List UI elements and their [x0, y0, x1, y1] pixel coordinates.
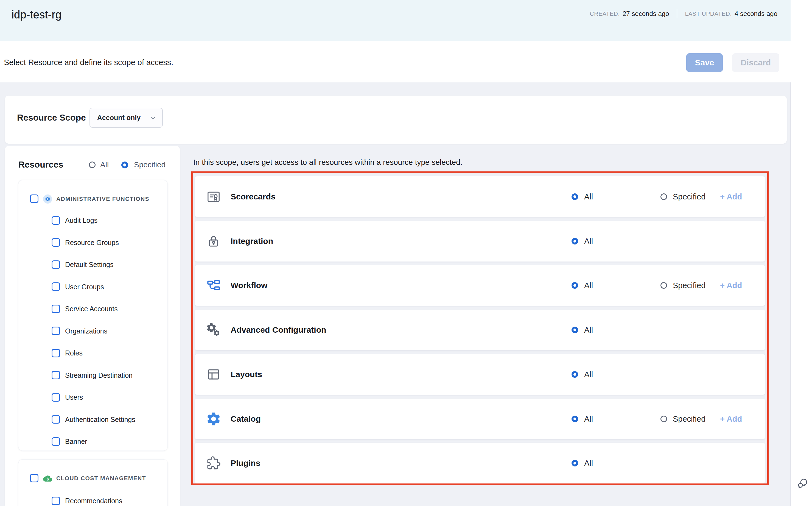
radio-specified-label: Specified: [673, 414, 706, 424]
page-header: idp-test-rg CREATED: 27 seconds ago LAST…: [0, 0, 791, 41]
radio-all[interactable]: [572, 193, 578, 200]
resource-item-label: Default Settings: [65, 260, 114, 269]
group-label: CLOUD COST MANAGEMENT: [56, 475, 146, 482]
resource-type-title: Advanced Configuration: [230, 325, 326, 335]
sidebar-radio-specified-label: Specified: [134, 160, 166, 169]
resources-title: Resources: [18, 159, 64, 170]
last-updated-value: 4 seconds ago: [735, 10, 778, 18]
radio-all[interactable]: [572, 327, 578, 333]
radio-specified-label: Specified: [673, 192, 706, 202]
resource-item-label: Banner: [65, 437, 87, 446]
sidebar-radio-specified[interactable]: [121, 162, 128, 168]
resource-type-row: Advanced Configuration All: [195, 310, 765, 350]
scope-description: In this scope, users get access to all r…: [193, 158, 462, 167]
radio-specified[interactable]: [661, 193, 667, 200]
checkbox-audit-logs[interactable]: [52, 216, 60, 225]
radio-all[interactable]: [572, 460, 578, 467]
radio-all-label: All: [584, 236, 593, 246]
resource-item-label: User Groups: [65, 282, 104, 291]
resource-type-title: Scorecards: [230, 191, 275, 202]
resource-type-row: Plugins All: [195, 443, 765, 484]
radio-all[interactable]: [572, 416, 578, 422]
radio-all-label: All: [584, 192, 593, 202]
resources-sidebar: Resources All Specified ADMINISTRATIVE F…: [5, 146, 180, 506]
resource-type-title: Plugins: [230, 458, 260, 469]
resource-group-card: $ CLOUD COST MANAGEMENT Recommendations: [18, 459, 168, 506]
add-button[interactable]: + Add: [720, 280, 742, 290]
resource-group-card: ADMINISTRATIVE FUNCTIONS Audit LogsResou…: [18, 180, 168, 451]
checkbox-roles[interactable]: [52, 349, 60, 357]
sidebar-radio-all-label: All: [100, 160, 109, 169]
save-button[interactable]: Save: [686, 53, 723, 72]
puzzle-icon: [207, 456, 220, 470]
resource-item-label: Resource Groups: [65, 238, 119, 247]
resource-item-label: Audit Logs: [65, 216, 97, 225]
meta-divider: [677, 9, 677, 18]
resource-type-title: Workflow: [230, 280, 267, 290]
resource-type-title: Layouts: [230, 369, 262, 380]
discard-button[interactable]: Discard: [732, 53, 779, 72]
resource-type-row: Layouts All: [195, 354, 765, 395]
layout-icon: [207, 367, 220, 381]
resource-scope-label: Resource Scope: [17, 113, 86, 123]
resource-type-row: Integration All: [195, 221, 765, 261]
radio-all-label: All: [584, 458, 593, 468]
resource-item-label: Service Accounts: [65, 304, 118, 313]
page-subtitle: Select Resource and define its scope of …: [4, 58, 173, 67]
radio-all-label: All: [584, 414, 593, 424]
page-title: idp-test-rg: [11, 8, 62, 21]
checkbox-banner[interactable]: [52, 437, 60, 446]
svg-text:$: $: [47, 477, 49, 481]
radio-all[interactable]: [572, 371, 578, 378]
add-button[interactable]: + Add: [720, 414, 742, 424]
radio-specified[interactable]: [661, 282, 667, 289]
checkbox-user-groups[interactable]: [52, 282, 60, 291]
resource-type-row: Scorecards All Specified + Add: [195, 176, 765, 217]
resource-type-row: Workflow All Specified + Add: [195, 265, 765, 306]
checkbox-recommendations[interactable]: [52, 497, 60, 505]
resource-type-title: Catalog: [230, 414, 261, 424]
checkbox-users[interactable]: [52, 393, 60, 402]
created-label: CREATED:: [590, 10, 620, 17]
action-toolbar: Select Resource and define its scope of …: [0, 41, 791, 82]
checkbox-streaming-destination[interactable]: [52, 371, 60, 380]
catalog-gear-icon: [207, 412, 220, 426]
resource-item-label: Organizations: [65, 327, 107, 335]
lock-icon: [207, 234, 220, 248]
main-content: Resource Scope Account only Resources Al…: [0, 82, 791, 506]
chevron-down-icon: [149, 114, 157, 121]
checkbox-authentication-settings[interactable]: [52, 415, 60, 424]
workflow-icon: [207, 278, 220, 292]
created-value: 27 seconds ago: [623, 10, 669, 18]
radio-all-label: All: [584, 280, 593, 290]
checkbox-default-settings[interactable]: [52, 260, 60, 269]
checkbox-resource-groups[interactable]: [52, 238, 60, 247]
resource-item-label: Streaming Destination: [65, 371, 132, 380]
gear-badge-icon: [43, 194, 52, 203]
group-checkbox[interactable]: [30, 474, 38, 482]
radio-specified[interactable]: [661, 416, 667, 422]
radio-all[interactable]: [572, 238, 578, 245]
resource-item-label: Authentication Settings: [65, 415, 135, 424]
group-label: ADMINISTRATIVE FUNCTIONS: [56, 195, 149, 202]
scorecards-icon: [207, 190, 220, 203]
resource-scope-card: Resource Scope Account only: [5, 96, 787, 144]
resource-scope-row: Resource Scope Account only: [17, 94, 163, 142]
radio-all[interactable]: [572, 282, 578, 289]
resource-type-row: Catalog All Specified + Add: [195, 399, 765, 439]
sidebar-radio-all[interactable]: [89, 162, 96, 168]
resource-type-title: Integration: [230, 236, 273, 246]
checkbox-service-accounts[interactable]: [52, 305, 60, 313]
chat-bubble-icon[interactable]: [797, 478, 808, 489]
radio-specified-label: Specified: [673, 280, 706, 290]
radio-all-label: All: [584, 369, 593, 380]
resource-scope-value: Account only: [97, 114, 140, 122]
checkbox-organizations[interactable]: [52, 327, 60, 335]
resource-rows: Scorecards All Specified + Add Integrati…: [195, 176, 765, 484]
resource-item-label: Roles: [65, 349, 83, 357]
resource-scope-select[interactable]: Account only: [90, 108, 163, 128]
last-updated-label: LAST UPDATED:: [685, 10, 731, 17]
group-checkbox[interactable]: [30, 194, 38, 203]
add-button[interactable]: + Add: [720, 192, 742, 202]
gears-icon: [207, 323, 220, 337]
